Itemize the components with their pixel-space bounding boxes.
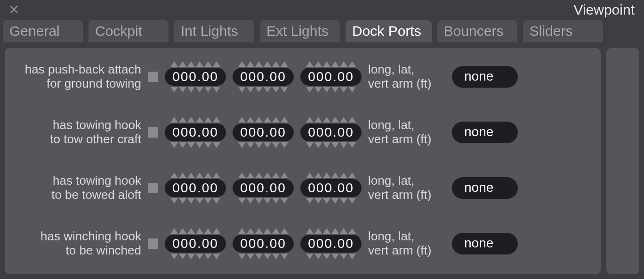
arrow-down-icon[interactable] [196,254,203,259]
arrow-down-icon[interactable] [306,142,314,148]
spinner-down-arrows[interactable] [306,254,356,259]
arrow-down-icon[interactable] [247,198,254,204]
arrow-down-icon[interactable] [179,142,186,148]
lat-spinner-value[interactable]: 000.00 [233,179,294,197]
arrow-up-icon[interactable] [247,228,254,234]
spinner-up-arrows[interactable] [170,172,220,178]
arrow-up-icon[interactable] [348,61,356,67]
tab-cockpit[interactable]: Cockpit [89,20,169,42]
arrow-down-icon[interactable] [196,198,203,204]
arrow-up-icon[interactable] [179,61,186,67]
arrow-down-icon[interactable] [331,198,339,204]
arrow-up-icon[interactable] [306,172,314,178]
arrow-down-icon[interactable] [247,254,254,259]
arrow-down-icon[interactable] [247,142,254,148]
spinner-down-arrows[interactable] [238,87,288,92]
long-spinner-value[interactable]: 000.00 [165,68,226,86]
arrow-down-icon[interactable] [179,254,186,259]
arrow-down-icon[interactable] [340,87,347,92]
arrow-up-icon[interactable] [247,172,254,178]
arrow-up-icon[interactable] [281,228,288,234]
vert-spinner-value[interactable]: 000.00 [300,179,362,197]
spinner-down-arrows[interactable] [306,142,356,148]
spinner-up-arrows[interactable] [306,117,356,123]
spinner-down-arrows[interactable] [170,254,220,259]
arrow-up-icon[interactable] [255,61,263,67]
arrow-down-icon[interactable] [340,254,347,259]
arrow-up-icon[interactable] [247,117,254,123]
arrow-down-icon[interactable] [187,142,195,148]
arrow-up-icon[interactable] [255,228,263,234]
arrow-up-icon[interactable] [196,117,203,123]
arrow-up-icon[interactable] [170,228,178,234]
arrow-up-icon[interactable] [340,117,347,123]
arrow-up-icon[interactable] [238,228,246,234]
arrow-up-icon[interactable] [187,117,195,123]
spinner-down-arrows[interactable] [238,198,288,204]
arrow-up-icon[interactable] [348,228,356,234]
spinner-down-arrows[interactable] [170,87,220,92]
arrow-down-icon[interactable] [272,198,280,204]
arrow-down-icon[interactable] [323,142,330,148]
arrow-up-icon[interactable] [331,117,339,123]
enable-checkbox[interactable] [148,127,158,138]
arrow-up-icon[interactable] [314,117,322,123]
arrow-down-icon[interactable] [348,142,356,148]
arrow-down-icon[interactable] [348,198,356,204]
arrow-down-icon[interactable] [264,142,271,148]
spinner-up-arrows[interactable] [170,228,220,234]
arrow-up-icon[interactable] [213,117,220,123]
arrow-down-icon[interactable] [238,87,246,92]
arrow-up-icon[interactable] [187,61,195,67]
arrow-down-icon[interactable] [323,198,330,204]
arrow-up-icon[interactable] [170,117,178,123]
type-dropdown[interactable]: none [452,177,518,199]
arrow-up-icon[interactable] [281,117,288,123]
arrow-up-icon[interactable] [323,172,330,178]
arrow-down-icon[interactable] [247,87,254,92]
spinner-up-arrows[interactable] [238,61,288,67]
arrow-up-icon[interactable] [340,61,347,67]
long-spinner-value[interactable]: 000.00 [165,123,226,141]
arrow-down-icon[interactable] [281,198,288,204]
spinner-down-arrows[interactable] [170,198,220,204]
spinner-down-arrows[interactable] [306,87,356,92]
arrow-up-icon[interactable] [348,172,356,178]
arrow-up-icon[interactable] [238,61,246,67]
arrow-down-icon[interactable] [306,87,314,92]
arrow-up-icon[interactable] [213,172,220,178]
arrow-up-icon[interactable] [187,172,195,178]
arrow-down-icon[interactable] [281,87,288,92]
arrow-down-icon[interactable] [281,142,288,148]
arrow-down-icon[interactable] [238,254,246,259]
arrow-down-icon[interactable] [340,198,347,204]
arrow-up-icon[interactable] [348,117,356,123]
arrow-down-icon[interactable] [272,254,280,259]
lat-spinner-value[interactable]: 000.00 [233,68,294,86]
arrow-down-icon[interactable] [323,87,330,92]
arrow-down-icon[interactable] [255,87,263,92]
arrow-down-icon[interactable] [213,87,220,92]
arrow-up-icon[interactable] [170,61,178,67]
lat-spinner[interactable]: 000.00 [233,117,294,148]
arrow-up-icon[interactable] [247,61,254,67]
vert-spinner-value[interactable]: 000.00 [300,68,362,86]
tab-sliders[interactable]: Sliders [523,20,603,42]
arrow-down-icon[interactable] [170,254,178,259]
arrow-up-icon[interactable] [323,61,330,67]
arrow-up-icon[interactable] [196,172,203,178]
spinner-up-arrows[interactable] [306,228,356,234]
arrow-up-icon[interactable] [179,117,186,123]
arrow-down-icon[interactable] [264,87,271,92]
arrow-up-icon[interactable] [238,117,246,123]
arrow-up-icon[interactable] [196,61,203,67]
vert-spinner[interactable]: 000.00 [300,117,362,148]
arrow-down-icon[interactable] [331,142,339,148]
vert-spinner-value[interactable]: 000.00 [300,235,362,253]
arrow-up-icon[interactable] [255,172,263,178]
long-spinner-value[interactable]: 000.00 [165,235,226,253]
spinner-up-arrows[interactable] [238,228,288,234]
arrow-up-icon[interactable] [306,61,314,67]
spinner-up-arrows[interactable] [170,61,220,67]
arrow-up-icon[interactable] [204,228,212,234]
